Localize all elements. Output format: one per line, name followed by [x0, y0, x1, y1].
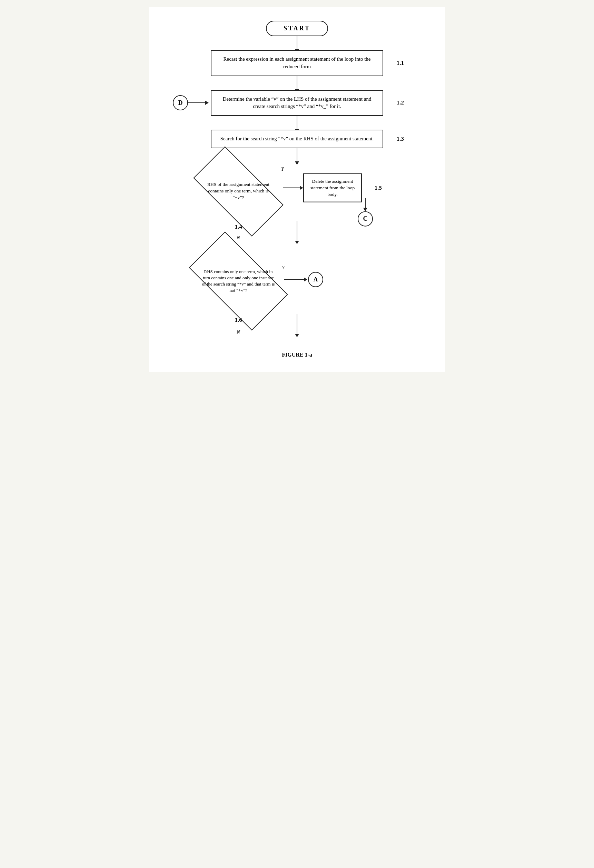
arrow-4: [297, 148, 297, 162]
diamond-1-6-container: RHS contains only one term, which in tur…: [183, 248, 294, 314]
n-arrowhead-1-6: [295, 334, 299, 337]
y-label-1-6: Y: [282, 265, 285, 270]
y-branch-1-6: Y A: [284, 272, 323, 287]
row-diamond-1-6: RHS contains only one term, which in tur…: [176, 248, 418, 314]
a-circle: A: [308, 272, 323, 287]
diamond-1-4-container: RHS of the assignment statement contains…: [187, 162, 290, 221]
step-label-1-2: 1.2: [397, 99, 404, 106]
box-1-1: Recast the expression in each assignment…: [211, 50, 383, 76]
step-label-1-3: 1.3: [397, 136, 404, 142]
d-arrowhead: [205, 101, 209, 105]
arrow-2: [297, 76, 297, 90]
d-circle: D: [173, 95, 188, 110]
start-shape: START: [266, 21, 328, 36]
side-box-1-5: Delete the assignment statement from the…: [303, 173, 362, 202]
y-h-line: [283, 187, 300, 188]
n-arrowhead-1-4: [295, 241, 299, 244]
diamond-1-4-text: RHS of the assignment statement contains…: [204, 182, 273, 201]
box-1-3: Search for the search string “*v” on the…: [211, 130, 383, 148]
c-connector-section: C: [358, 198, 373, 226]
y-branch-1-4: Y Delete the assignment statement from t…: [283, 173, 362, 202]
c-arrowhead: [363, 208, 367, 211]
n-arrow-space-1-6: [235, 314, 359, 341]
figure-caption: FIGURE 1-a: [282, 352, 312, 358]
y-arrowhead: [300, 186, 303, 190]
arrow-3: [297, 116, 297, 130]
d-connector-group: D: [173, 95, 209, 110]
y-arrowhead-2: [304, 277, 307, 281]
n-line-1-6: [297, 314, 297, 335]
c-circle-wrapper: C: [358, 211, 373, 226]
page: START Recast the expression in each assi…: [149, 7, 445, 372]
section-1-3: Search for the search string “*v” on the…: [211, 130, 383, 148]
row-diamond-1-4: RHS of the assignment statement contains…: [176, 162, 418, 221]
diamond-1-6-text: RHS contains only one term, which in tur…: [201, 269, 276, 294]
y-label-1-4: Y: [281, 166, 284, 172]
flowchart: START Recast the expression in each assi…: [155, 21, 439, 358]
box-1-2-text: Determine the variable “v” on the LHS of…: [223, 96, 371, 109]
n-arrow-space-1-4: [235, 221, 359, 248]
d-line: [188, 102, 205, 103]
step-label-1-5: 1.5: [375, 184, 382, 192]
section-1-1: Recast the expression in each assignment…: [211, 50, 383, 76]
arrow-1: [297, 36, 297, 50]
start-label: START: [284, 25, 310, 32]
box-1-3-text: Search for the search string “*v” on the…: [220, 136, 374, 142]
section-1-2: D Determine the variable “v” on the LHS …: [211, 90, 383, 116]
diamond-1-6-wrapper: RHS contains only one term, which in tur…: [176, 248, 300, 314]
c-arrow-line: [365, 198, 366, 208]
c-circle: C: [358, 211, 373, 226]
n-line-1-4: [297, 221, 297, 241]
a-circle-wrapper: A: [308, 272, 323, 287]
box-1-1-text: Recast the expression in each assignment…: [223, 56, 371, 69]
box-1-2: Determine the variable “v” on the LHS of…: [211, 90, 383, 116]
step-label-1-1: 1.1: [397, 60, 404, 66]
y-h-line-2: [284, 279, 304, 280]
